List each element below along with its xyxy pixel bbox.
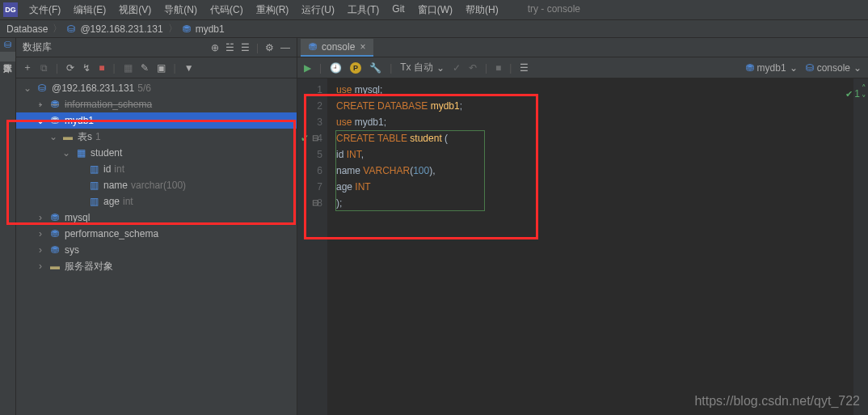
schema-icon: ⛃ <box>746 62 754 74</box>
crumb-host[interactable]: @192.168.231.131 <box>80 23 162 35</box>
tree-column-id[interactable]: ▥ id int <box>16 161 297 177</box>
tree-tables-folder[interactable]: ⌄ ▬ 表s 1 <box>16 129 297 145</box>
target-icon[interactable]: ⊕ <box>211 42 219 53</box>
divider: | <box>485 62 487 74</box>
close-icon[interactable]: × <box>360 41 365 53</box>
chevron-right-icon[interactable]: › <box>36 212 45 223</box>
tree-label: performance_schema <box>65 228 158 239</box>
edit-icon[interactable]: ✎ <box>141 62 149 74</box>
database-tab[interactable]: 数据库 <box>0 52 15 61</box>
session-dropdown[interactable]: ⛁ console ⌄ <box>806 62 862 74</box>
chevron-down-icon[interactable]: ⌄ <box>48 131 58 142</box>
project-title: try - console <box>523 2 585 19</box>
menu-refactor[interactable]: 重构(R) <box>251 2 294 19</box>
menu-navigate[interactable]: 导航(N) <box>159 2 202 19</box>
stop-icon[interactable]: ■ <box>495 62 501 74</box>
console-icon: ⛃ <box>309 41 317 53</box>
inspection-status[interactable]: ✔1 ˄ ˅ <box>845 83 866 104</box>
schema-icon: ⛃ <box>48 244 61 256</box>
tree-server-objects[interactable]: › ▬ 服务器对象 <box>16 258 297 274</box>
table-icon: ▦ <box>74 147 87 159</box>
database-panel: 数据库 ⊕ ☱ ☰ | ⚙ — ＋ ⧉ | ⟳ ↯ ■ | ▦ ✎ ▣ | ▼ <box>16 38 297 415</box>
chevron-right-icon[interactable]: › <box>36 228 45 239</box>
tree-type: varchar(100) <box>131 180 186 191</box>
commit-icon[interactable]: ✓ <box>453 62 461 74</box>
run-icon[interactable]: ▶ <box>304 62 311 74</box>
menu-run[interactable]: 运行(U) <box>297 2 339 19</box>
divider: | <box>319 62 322 74</box>
chevron-down-icon[interactable]: ⌄ <box>61 147 71 159</box>
schema-dropdown[interactable]: ⛃ mydb1 ⌄ <box>746 62 798 74</box>
history-icon[interactable]: 🕘 <box>330 62 342 74</box>
tree-type: int <box>114 163 124 175</box>
gear-icon[interactable]: ⚙ <box>265 42 274 53</box>
chevron-down-icon[interactable]: ⌄ <box>36 115 45 126</box>
editor-tabbar: ⛃ console × <box>297 38 868 57</box>
menu-file[interactable]: 文件(F) <box>24 2 65 19</box>
chevron-right-icon[interactable]: › <box>36 99 45 110</box>
console-icon[interactable]: ▣ <box>157 62 166 74</box>
tree-information-schema[interactable]: › ⛃ information_schema <box>16 96 297 112</box>
chevron-down-icon[interactable]: ⌄ <box>23 83 32 94</box>
gutter: 123✔⊟4567⊟8 <box>297 78 328 415</box>
titlebar: DG 文件(F) 编辑(E) 视图(V) 导航(N) 代码(C) 重构(R) 运… <box>0 0 868 20</box>
tree-type: int <box>123 196 133 207</box>
tree-sys[interactable]: › ⛃ sys <box>16 242 297 258</box>
tree-table-student[interactable]: ⌄ ▦ student <box>16 145 297 161</box>
menu-window[interactable]: 窗口(W) <box>413 2 457 19</box>
tree-count: 1 <box>95 131 101 142</box>
code-editor[interactable]: 123✔⊟4567⊟8 use mysql;CREATE DATABASE my… <box>297 78 868 415</box>
console-icon: ⛁ <box>806 62 814 74</box>
schema-icon: ⛃ <box>48 228 61 239</box>
tree-column-age[interactable]: ▥ age int <box>16 193 297 210</box>
crumb-schema[interactable]: mydb1 <box>196 23 225 35</box>
wrench-icon[interactable]: 🔧 <box>369 62 381 74</box>
table-icon[interactable]: ▦ <box>124 62 133 74</box>
menu-help[interactable]: 帮助(H) <box>461 2 504 19</box>
copy-icon[interactable]: ⧉ <box>40 62 48 74</box>
tab-console[interactable]: ⛃ console × <box>301 39 373 57</box>
tree-label: age <box>103 196 120 207</box>
tree-label: @192.168.231.131 <box>52 83 134 94</box>
schema-icon: ⛃ <box>48 99 61 110</box>
editor-toolbar: ▶ | 🕘 P 🔧 | Tx 自动 ⌄ ✓ ↶ | ■ | ☰ ⛃ mydb1 … <box>297 57 868 78</box>
chevron-down-icon: ⌄ <box>790 62 798 74</box>
menu-edit[interactable]: 编辑(E) <box>69 2 111 19</box>
tab-label: console <box>322 41 355 53</box>
datasource-icon: ⛁ <box>36 83 48 94</box>
menu-git[interactable]: Git <box>387 2 409 19</box>
sync-icon[interactable]: ↯ <box>82 62 91 74</box>
crumb-database[interactable]: Database <box>6 23 48 35</box>
menu-tools[interactable]: 工具(T) <box>343 2 384 19</box>
code-body[interactable]: use mysql;CREATE DATABASE mydb1;use mydb… <box>328 78 853 415</box>
chevron-right-icon[interactable]: › <box>36 244 45 256</box>
stop-icon[interactable]: ■ <box>99 62 104 74</box>
tree-column-name[interactable]: ▥ name varchar(100) <box>16 177 297 193</box>
tree-mydb1[interactable]: ⌄ ⛃ mydb1 <box>16 112 297 129</box>
folder-icon: ▬ <box>61 131 74 142</box>
explain-icon[interactable]: P <box>350 62 361 74</box>
schema-icon: ⛃ <box>183 23 191 35</box>
rollback-icon[interactable]: ↶ <box>469 62 477 74</box>
refresh-icon[interactable]: ⟳ <box>66 62 74 74</box>
crumb-sep: 〉 <box>53 22 62 36</box>
expand-icon[interactable]: ☱ <box>225 42 234 53</box>
column-icon: ▥ <box>87 163 100 175</box>
right-gutter: ✔1 ˄ ˅ <box>853 78 868 415</box>
filter-icon[interactable]: ▼ <box>184 62 194 74</box>
tree-root[interactable]: ⌄ ⛁ @192.168.231.131 5/6 <box>16 80 297 96</box>
divider: | <box>390 62 392 74</box>
tree-label: sys <box>65 244 79 256</box>
menu-code[interactable]: 代码(C) <box>205 2 248 19</box>
tree-mysql[interactable]: › ⛃ mysql <box>16 210 297 226</box>
tx-mode-dropdown[interactable]: Tx 自动 ⌄ <box>400 61 445 74</box>
menu-view[interactable]: 视图(V) <box>114 2 156 19</box>
add-icon[interactable]: ＋ <box>23 61 32 74</box>
database-tree: ⌄ ⛁ @192.168.231.131 5/6 › ⛃ information… <box>16 78 297 415</box>
tree-performance-schema[interactable]: › ⛃ performance_schema <box>16 226 297 242</box>
tree-label: id <box>103 163 111 175</box>
minimize-icon[interactable]: — <box>280 42 290 53</box>
chevron-right-icon[interactable]: › <box>36 260 45 272</box>
settings-icon[interactable]: ☰ <box>520 62 529 74</box>
collapse-icon[interactable]: ☰ <box>241 42 250 53</box>
